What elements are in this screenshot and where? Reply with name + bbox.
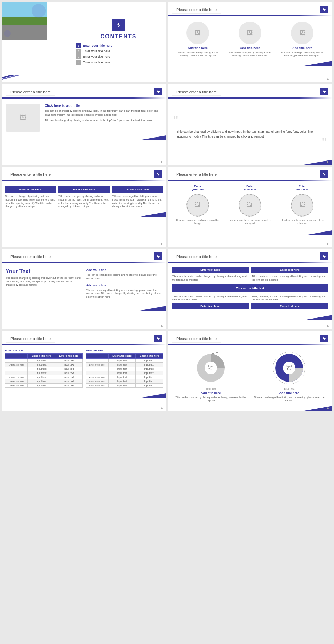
logo-icon-6 (320, 170, 328, 178)
grid-cell-header-bl: Enter text here (172, 303, 249, 309)
menu-label-1[interactable]: Enter your title here (83, 44, 112, 47)
menu-item-1: 1 Enter your title here (76, 43, 161, 48)
circle-desc-3: Title can be changed by clicking and re-… (279, 51, 326, 57)
cover-title: CONTENTS (100, 33, 136, 40)
circle-item-2: 🖼 Add title here Title can be changed by… (226, 22, 273, 57)
bottom-deco-6 (304, 230, 332, 235)
img-icon-3: 🖼 (299, 29, 305, 37)
corner-num-9: ▶ (161, 407, 163, 410)
row-label (5, 359, 28, 363)
cell: Input text (28, 384, 55, 388)
corner-num-8: ▶ (327, 324, 329, 328)
your-text-right: Add your title Title can be changed by c… (86, 268, 163, 302)
grid-cell-tl: Enter text here Titles, numbers, etc. ca… (172, 267, 249, 283)
slide-pie-charts: Please enter a title here Input (168, 331, 332, 411)
text-content-3: Click here to add title Title can be cha… (45, 104, 162, 132)
add-body-1: Title can be changed by clicking and re-… (86, 273, 163, 280)
slide-title-4: Please enter a title here (172, 87, 221, 96)
th-col1-1: Enter a title here (28, 354, 55, 359)
logo-icon-5 (154, 170, 162, 178)
table-row: Input textInput text (5, 359, 83, 363)
cell: Input text (28, 379, 55, 384)
circle-item-3: 🖼 Add title here Title can be changed by… (279, 22, 326, 57)
menu-item-3: 3 Enter your title here (76, 54, 161, 59)
slide-header-8: Please enter a title here (168, 249, 332, 262)
table-pair: Enter the title Enter a title here Enter… (5, 349, 163, 388)
row-label (5, 371, 28, 375)
logo-icon-3 (154, 88, 162, 95)
menu-label-4[interactable]: Enter your title here (83, 61, 110, 64)
corner-num: ▶ (327, 78, 329, 81)
table-half-1: Enter the title Enter a title here Enter… (5, 349, 83, 388)
deco-circle (32, 4, 46, 18)
slide-title-6: Please enter a title here (172, 170, 221, 178)
your-text-left: Your Text Title can be changed by clicki… (6, 268, 82, 302)
grid-cell-body-tr: Titles, numbers, etc. can be changed by … (251, 273, 329, 283)
table-title-1: Enter the title (5, 349, 83, 352)
circle-desc-1: Title can be changed by clicking and re-… (174, 51, 221, 57)
cell: Input text (108, 384, 136, 388)
circle-desc-2: Title can be changed by clicking and re-… (226, 51, 273, 57)
deco-circle-small (4, 30, 11, 37)
slide-header-6: Please enter a title here (168, 167, 332, 180)
slide-header: Please enter a title here (168, 2, 332, 15)
cover-photo (2, 2, 47, 40)
pie-item-2: Input Text Enter text Add title here Tit… (254, 351, 325, 402)
slide-grid-title: Please enter a title here Enter text her… (168, 249, 332, 329)
cell: Input text (55, 371, 82, 375)
cell: Input text (28, 359, 55, 363)
cell: Input text (136, 367, 163, 371)
img-placeholder-icon: 🖼 (19, 114, 26, 122)
row-label: Enter a title here (5, 384, 28, 388)
corner-num-10: ▶ (327, 407, 329, 410)
menu-label-3[interactable]: Enter your title here (83, 55, 110, 58)
circles-container: 🖼 Add title here Title can be changed by… (168, 16, 332, 59)
circle-title-1: Add title here (188, 46, 208, 50)
corner-num-7: ▶ (161, 324, 163, 328)
top-grid: Enter text here Titles, numbers, etc. ca… (172, 267, 328, 283)
slide-header-4: Please enter a title here (168, 84, 332, 97)
pie-desc-1: Title can be changed by clicking and re-… (175, 396, 246, 402)
data-table-2: Enter a title here Enter a title here In… (86, 353, 164, 388)
circle-img-2: 🖼 (239, 22, 261, 44)
cell: Input text (108, 375, 136, 379)
dashed-circle-desc-3: Headers, numbers, and more can all be ch… (279, 219, 326, 225)
table-row: Enter a title hereInput textInput text (5, 384, 83, 388)
logo-icon (320, 6, 328, 13)
row-label (86, 359, 108, 363)
col-header-2: Enter a title here (58, 186, 109, 193)
slide-your-text: Please enter a title here Your Text Titl… (2, 249, 166, 329)
slide-title-5: Please enter a title here (6, 170, 55, 178)
bottom-deco-right (304, 61, 332, 66)
slide-title-10: Please enter a title here (172, 334, 221, 343)
logo-icon-4 (320, 88, 328, 95)
row-label: Enter a title here (86, 384, 108, 388)
pie-enter-text-2: Enter text (284, 387, 294, 390)
menu-item-4: 4 Enter your title here (76, 60, 161, 65)
table-row: Enter a title hereInput textInput text (86, 363, 163, 367)
dashed-img-icon-2: 🖼 (247, 202, 253, 208)
pie-container: Input Text Enter text Add title here Tit… (168, 345, 332, 404)
dashed-circle-title-2: Enteryour title (244, 184, 256, 192)
menu-label-2[interactable]: Enter your title here (83, 49, 110, 53)
th-label-2 (86, 354, 108, 359)
cell: Input text (28, 367, 55, 371)
row-label (86, 367, 108, 371)
corner-num-5: ▶ (161, 242, 163, 245)
slide-three-circles: Please enter a title here 🖼 Add title he… (168, 2, 332, 82)
your-text-big: Your Text (6, 268, 82, 275)
pie-add-title-1: Add title here (201, 391, 221, 395)
col-body-2: Title can be changed by clicking and new… (58, 195, 109, 208)
grid-cell-header-br: Enter text here (251, 303, 329, 309)
three-col-container: Enter a title here Title can be changed … (2, 181, 166, 210)
grid-slide-content: Enter text here Titles, numbers, etc. ca… (168, 263, 332, 313)
logo-icon-9 (154, 335, 162, 342)
svg-text:Input: Input (208, 365, 214, 368)
table-row: Enter a title hereInput textInput text (86, 384, 163, 388)
slide-tables: Please enter a title here Enter the titl… (2, 331, 166, 411)
dashed-circle-2: Enteryour title 🖼 Headers, numbers, and … (226, 184, 273, 225)
img-box: 🖼 (6, 104, 40, 132)
th-label-1 (5, 354, 28, 359)
row-label: Enter a title here (86, 375, 108, 379)
dashed-circle-1: Enteryour title 🖼 Headers, numbers, and … (174, 184, 221, 225)
